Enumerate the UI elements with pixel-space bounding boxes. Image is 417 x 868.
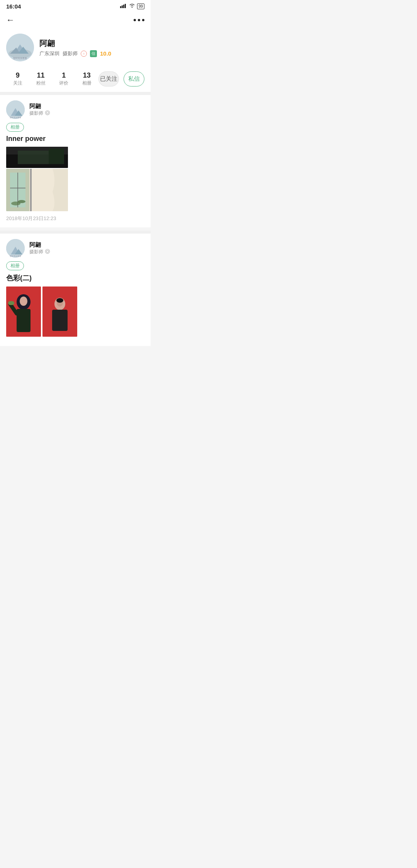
svg-point-33 [45,249,49,253]
profile-header: 暂时无法查看 阿翩 广东深圳 摄影师 ♀ 信 10.0 9 关注 11 粉丝 1… [0,29,151,92]
profile-top: 暂时无法查看 阿翩 广东深圳 摄影师 ♀ 信 10.0 [6,34,144,61]
svg-point-14 [45,110,49,115]
svg-rect-19 [49,149,64,164]
signal-icon [120,3,127,9]
more-button[interactable] [134,19,144,21]
profile-info: 阿翩 广东深圳 摄影师 ♀ 信 10.0 [39,38,144,57]
divider-1 [0,92,151,95]
svg-rect-3 [125,4,126,8]
post-author-name-1: 阿翩 [29,103,50,110]
svg-point-34 [46,250,49,253]
post-author-info-2: 阿翩 摄影师 [29,241,50,255]
dot-1 [134,19,136,21]
back-button[interactable]: ← [6,15,15,25]
svg-text:暂时无法查看: 暂时无法查看 [10,255,21,257]
profile-meta: 广东深圳 摄影师 ♀ 信 10.0 [39,50,144,57]
post-author-role-1: 摄影师 [29,110,50,117]
post-image-interior[interactable] [6,169,68,211]
camera-icon-1 [45,110,50,117]
post-image-red-2[interactable] [42,287,77,337]
albums-label: 相册 [82,80,92,86]
post-title-2: 色彩(二) [6,273,144,283]
divider-2 [0,231,151,234]
svg-rect-40 [8,301,14,305]
wifi-icon [129,3,135,9]
svg-rect-2 [123,5,124,8]
reviews-count: 1 [52,71,75,80]
dot-3 [142,19,144,21]
post-card-1: 暂时无法查看 阿翩 摄影师 相册 Inner power [0,95,151,227]
profile-role: 摄影师 [63,50,78,57]
svg-rect-1 [122,5,123,8]
post-images-2 [6,287,144,337]
post-author-role-2: 摄影师 [29,249,50,255]
dot-2 [138,19,140,21]
post-author-info-1: 阿翩 摄影师 [29,103,50,117]
svg-text:暂时无法查看: 暂时无法查看 [10,116,21,119]
following-count: 9 [6,71,29,80]
profile-name: 阿翩 [39,38,144,49]
svg-point-28 [18,200,25,203]
post-images-1 [6,147,144,211]
following-label: 关注 [13,80,22,86]
post-image-red-1[interactable] [6,287,41,337]
album-tag-2[interactable]: 相册 [6,261,24,270]
follow-button[interactable]: 已关注 [98,71,119,86]
status-icons: 99 [120,3,144,9]
gender-icon: ♀ [81,51,87,57]
svg-rect-37 [17,309,31,332]
svg-rect-43 [52,310,68,331]
nav-bar: ← [0,11,151,29]
message-button[interactable]: 私信 [124,71,144,86]
reviews-label: 评价 [59,80,68,86]
post-avatar-1: 暂时无法查看 [6,100,25,119]
post-author-name-2: 阿翩 [29,241,50,249]
post-time-1: 2018年10月23日12:23 [6,215,144,222]
stat-albums[interactable]: 13 相册 [75,71,98,86]
post-title-1: Inner power [6,135,144,143]
post-avatar-2: 暂时无法查看 [6,239,25,258]
svg-point-45 [56,298,63,303]
svg-rect-23 [30,169,32,211]
followers-label: 粉丝 [36,80,46,86]
camera-icon-2 [45,249,50,255]
stat-reviews[interactable]: 1 评价 [52,71,75,86]
action-buttons: 已关注 私信 [98,71,144,86]
svg-point-15 [46,112,49,114]
svg-rect-18 [18,151,49,164]
post-card-2: 暂时无法查看 阿翩 摄影师 相册 色彩(二) [0,234,151,346]
post-author-row-1: 暂时无法查看 阿翩 摄影师 [6,100,144,119]
stats-row: 9 关注 11 粉丝 1 评价 13 相册 已关注 私信 [6,67,144,92]
svg-rect-0 [120,6,121,8]
profile-location: 广东深圳 [39,50,59,57]
battery-icon: 99 [137,3,144,9]
albums-count: 13 [75,71,98,80]
avatar: 暂时无法查看 [6,34,34,61]
followers-count: 11 [29,71,53,80]
svg-point-38 [20,297,27,306]
stat-followers[interactable]: 11 粉丝 [29,71,53,86]
svg-text:暂时无法查看: 暂时无法查看 [13,57,27,59]
status-bar: 16:04 99 [0,0,151,11]
stat-following[interactable]: 9 关注 [6,71,29,86]
post-author-row-2: 暂时无法查看 阿翩 摄影师 [6,239,144,258]
status-time: 16:04 [6,3,21,10]
shield-badge: 信 [90,50,97,57]
rating: 10.0 [100,50,111,57]
album-tag-1[interactable]: 相册 [6,123,24,132]
post-image-dark[interactable] [6,147,68,168]
